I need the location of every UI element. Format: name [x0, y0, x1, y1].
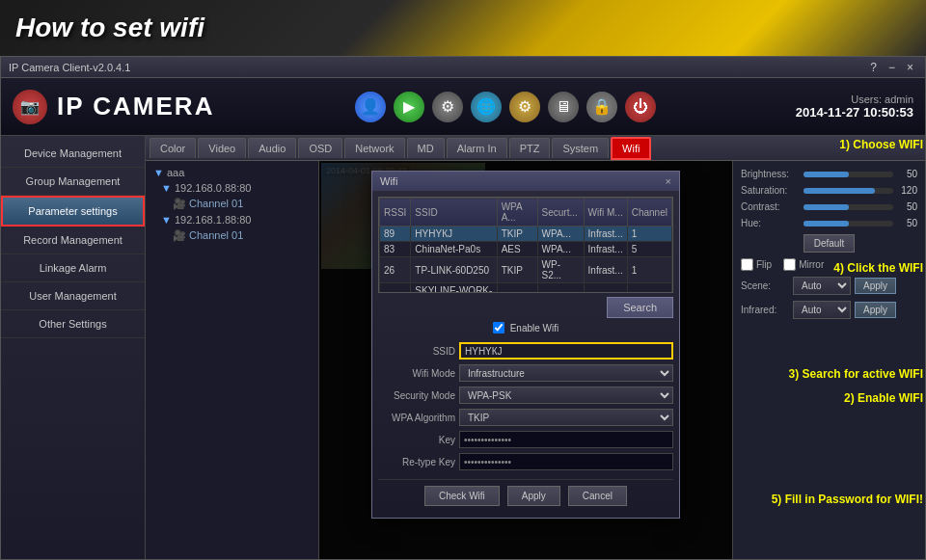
- annotation-step4: 4) Click the WIFI: [833, 261, 923, 275]
- check-wifi-button[interactable]: Check Wifi: [424, 486, 500, 506]
- sidebar-item-other-settings[interactable]: Other Settings: [1, 310, 145, 338]
- tab-alarm-in[interactable]: Alarm In: [447, 138, 507, 158]
- col-channel: Channel: [627, 199, 671, 227]
- retype-key-input[interactable]: [459, 453, 673, 470]
- tab-network[interactable]: Network: [344, 138, 404, 158]
- wifi-table-row[interactable]: 89HYHYКJTKIPWPA...Infrast...1: [380, 227, 672, 242]
- globe-icon[interactable]: 🌐: [471, 92, 502, 122]
- lock-icon[interactable]: 🔒: [586, 92, 617, 122]
- annotation-step2: 2) Enable WIFI: [844, 391, 923, 405]
- dialog-body: RSSI SSID WPA A... Securt... Wifi M... C…: [372, 191, 679, 518]
- monitor-icon[interactable]: 🖥: [548, 92, 579, 122]
- person-icon[interactable]: 👤: [355, 92, 386, 122]
- contrast-row: Contrast: 50: [741, 201, 917, 212]
- enable-wifi-label: Enable Wifi: [510, 323, 559, 333]
- tree-channel1[interactable]: 🎥 Channel 01: [150, 196, 314, 212]
- brightness-label: Brightness:: [741, 169, 803, 179]
- sidebar-item-group-management[interactable]: Group Management: [1, 168, 145, 196]
- tab-system[interactable]: System: [552, 138, 609, 158]
- minimize-button[interactable]: −: [885, 61, 899, 74]
- flip-checkbox-label[interactable]: Flip: [741, 258, 772, 271]
- retype-key-label: Re-type Key: [378, 457, 455, 467]
- sidebar-item-record-management[interactable]: Record Management: [1, 227, 145, 254]
- infrared-apply-button[interactable]: Apply: [855, 302, 896, 318]
- settings-icon[interactable]: ⚙: [432, 92, 463, 122]
- scene-select[interactable]: Auto: [793, 277, 851, 295]
- annotation-step5: 5) Fill in Password for WIFI!: [772, 493, 923, 506]
- dialog-title: Wifi: [380, 175, 397, 187]
- saturation-slider[interactable]: [803, 188, 893, 194]
- scene-label: Scene:: [741, 280, 789, 291]
- infrared-select[interactable]: Auto: [793, 301, 851, 319]
- wifi-table: RSSI SSID WPA A... Securt... Wifi M... C…: [379, 198, 672, 293]
- banner-title: How to set wifi: [15, 13, 204, 43]
- contrast-value: 50: [893, 201, 917, 212]
- annotation-step1: 1) Choose WIFI: [839, 138, 923, 151]
- brightness-value: 50: [893, 169, 917, 179]
- tab-color[interactable]: Color: [150, 138, 196, 158]
- sidebar-item-device-management[interactable]: Device Management: [1, 140, 145, 168]
- title-bar-controls: ? − ×: [866, 61, 917, 74]
- retype-key-row: Re-type Key: [378, 453, 673, 470]
- security-mode-label: Security Mode: [378, 390, 455, 401]
- help-button[interactable]: ?: [866, 61, 881, 74]
- enable-wifi-checkbox[interactable]: [493, 322, 504, 333]
- header-info: Users: admin 2014-11-27 10:50:53: [796, 93, 913, 120]
- gear2-icon[interactable]: ⚙: [509, 92, 540, 122]
- camera-preview-area: 2014-04-01 08:29:42 Wifi ×: [319, 161, 732, 559]
- tab-ptz[interactable]: PTZ: [509, 138, 551, 158]
- wifi-table-container[interactable]: RSSI SSID WPA A... Securt... Wifi M... C…: [378, 197, 673, 293]
- sidebar-item-user-management[interactable]: User Management: [1, 282, 145, 310]
- mirror-checkbox-label[interactable]: Mirror: [783, 258, 824, 271]
- tree-root[interactable]: ▼ aaa: [150, 165, 314, 180]
- dialog-close-button[interactable]: ×: [666, 175, 671, 187]
- wifi-table-row[interactable]: 83ChinaNet-Pa0sAESWPA...Infrast...5: [380, 242, 672, 257]
- ssid-input[interactable]: [459, 342, 673, 360]
- default-button[interactable]: Default: [803, 234, 856, 253]
- wifi-table-row[interactable]: 23SKYLINE-WORK-3AESWPA...Infrast...11: [380, 283, 672, 294]
- wpa-algorithm-select[interactable]: TKIP: [459, 409, 673, 426]
- wifi-table-row[interactable]: 26TP-LINK-60D250TKIPWP-S2...Infrast...1: [380, 257, 672, 283]
- sidebar-item-parameter-settings[interactable]: Parameter settings: [1, 196, 145, 227]
- enable-wifi-row: Enable Wifi: [378, 322, 673, 333]
- sidebar-item-linkage-alarm[interactable]: Linkage Alarm: [1, 254, 145, 282]
- device-tree: ▼ aaa ▼ 192.168.0.88:80 🎥 Channel 01 ▼ 1…: [146, 161, 319, 559]
- banner: How to set wifi: [0, 0, 926, 56]
- scene-apply-button[interactable]: Apply: [855, 278, 896, 294]
- contrast-slider[interactable]: [803, 204, 893, 210]
- mirror-checkbox[interactable]: [783, 258, 796, 271]
- hue-slider[interactable]: [803, 221, 893, 227]
- tree-ip1[interactable]: ▼ 192.168.0.88:80: [150, 180, 314, 196]
- hue-value: 50: [893, 218, 917, 228]
- tab-md[interactable]: MD: [407, 138, 445, 158]
- dialog-footer: Check Wifi Apply Cancel: [378, 479, 673, 512]
- security-mode-select[interactable]: WPA-PSK: [459, 387, 673, 404]
- apply-button[interactable]: Apply: [507, 486, 560, 506]
- ssid-row: SSID: [378, 342, 673, 360]
- cancel-button[interactable]: Cancel: [568, 486, 627, 506]
- wifi-mode-select[interactable]: Infrastructure: [459, 364, 673, 382]
- user-label: Users: admin: [796, 93, 913, 105]
- tree-channel2[interactable]: 🎥 Channel 01: [150, 227, 314, 244]
- title-bar-text: IP Camera Client-v2.0.4.1: [9, 62, 130, 73]
- scene-row: Scene: Auto Apply: [741, 277, 917, 295]
- play-icon[interactable]: ▶: [394, 92, 424, 122]
- brightness-slider[interactable]: [803, 172, 893, 177]
- tab-audio[interactable]: Audio: [248, 138, 296, 158]
- wpa-algorithm-row: WPA Algorithm TKIP: [378, 409, 673, 426]
- tab-video[interactable]: Video: [198, 138, 246, 158]
- security-mode-row: Security Mode WPA-PSK: [378, 387, 673, 404]
- wifi-mode-row: Wifi Mode Infrastructure: [378, 364, 673, 382]
- search-button[interactable]: Search: [607, 297, 673, 318]
- tree-ip2[interactable]: ▼ 192.168.1.88:80: [150, 212, 314, 227]
- wifi-dialog: Wifi × RSSI: [371, 171, 680, 519]
- dialog-title-bar: Wifi ×: [372, 172, 679, 191]
- tab-osd[interactable]: OSD: [298, 138, 342, 158]
- tab-wifi[interactable]: Wifi: [611, 137, 651, 160]
- search-row: Search: [378, 297, 673, 318]
- power-icon[interactable]: ⏻: [625, 92, 656, 122]
- close-button[interactable]: ×: [903, 61, 917, 74]
- tab-bar: Color Video Audio OSD Network MD Alarm I…: [146, 136, 925, 161]
- key-input[interactable]: [459, 431, 673, 448]
- flip-checkbox[interactable]: [741, 258, 753, 271]
